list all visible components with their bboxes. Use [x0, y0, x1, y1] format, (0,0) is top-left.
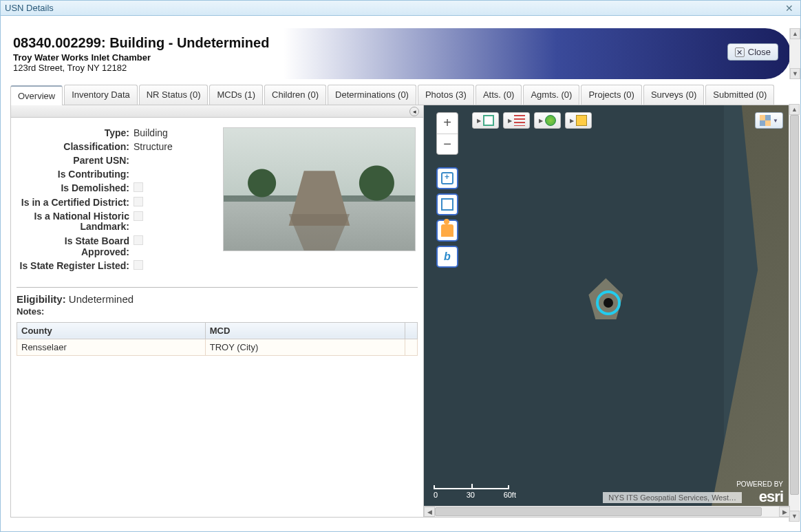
details-area: Type: Building Classification: Structure…	[11, 118, 423, 361]
value-eligibility: Undetermined	[69, 293, 134, 305]
scroll-thumb[interactable]	[435, 507, 762, 516]
close-button[interactable]: ✕ Close	[727, 43, 778, 61]
check-is-demolished	[134, 182, 143, 192]
th-mcd[interactable]: MCD	[205, 322, 405, 339]
tab-photos[interactable]: Photos (3)	[418, 85, 474, 105]
scroll-left-icon[interactable]: ◀	[424, 507, 435, 517]
esri-logo: POWERED BY esri	[736, 480, 783, 506]
globe-icon	[545, 115, 556, 126]
content-area: ◂ Type: Building Classification: Structu…	[10, 105, 791, 518]
tab-determinations[interactable]: Determinations (0)	[328, 85, 416, 105]
header-band: 08340.002299: Building - Undetermined Tr…	[10, 28, 791, 79]
map-tool-measure[interactable]: ▶	[565, 112, 592, 129]
value-is-nhl	[134, 211, 143, 233]
extent-icon	[441, 198, 453, 211]
tab-overview[interactable]: Overview	[10, 85, 63, 105]
usn-details-window: USN Details ✕ 08340.002299: Building - U…	[0, 0, 801, 532]
header-scrollbar[interactable]: ▲ ▼	[789, 28, 800, 79]
label-parent-usn: Parent USN:	[17, 155, 134, 166]
th-county[interactable]: County	[17, 322, 206, 339]
measure-icon	[576, 115, 587, 126]
basemap-button[interactable]: ▼	[755, 112, 783, 129]
tab-nr-status[interactable]: NR Status (0)	[139, 85, 209, 105]
label-is-nhl: Is a National Historic Landmark:	[17, 211, 134, 233]
zoom-in-button[interactable]: +	[437, 113, 458, 134]
person-icon	[441, 224, 453, 237]
value-is-demolished	[134, 182, 143, 194]
td-blank	[405, 339, 418, 355]
tab-strip: Overview Inventory Data NR Status (0) MC…	[10, 85, 791, 105]
record-title: 08340.002299: Building - Undetermined	[13, 35, 269, 51]
close-icon: ✕	[735, 47, 745, 57]
tab-agmts[interactable]: Agmts. (0)	[523, 85, 579, 105]
window-title: USN Details	[5, 3, 782, 13]
tab-children[interactable]: Children (0)	[264, 85, 326, 105]
tab-submitted[interactable]: Submitted (0)	[705, 85, 774, 105]
header-text: 08340.002299: Building - Undetermined Tr…	[10, 35, 269, 73]
value-classification: Structure	[134, 141, 173, 152]
label-is-demolished: Is Demolished:	[17, 182, 134, 194]
record-address: 123rd Street, Troy NY 12182	[13, 63, 269, 73]
window-close-icon[interactable]: ✕	[782, 3, 796, 14]
label-type: Type:	[17, 127, 134, 138]
map-side-tools: b	[436, 167, 458, 268]
map-tool-layers[interactable]: ▶	[472, 112, 499, 129]
collapse-toggle-icon[interactable]: ◂	[409, 107, 419, 116]
close-button-label: Close	[748, 47, 771, 57]
map-h-scrollbar[interactable]: ◀ ▶	[424, 506, 790, 517]
map-toolbar: ▶ ▶ ▶ ▶	[472, 112, 592, 129]
scroll-thumb[interactable]	[790, 115, 799, 495]
tool-bing[interactable]: b	[436, 246, 458, 268]
check-is-certified	[134, 197, 143, 206]
outer-v-scrollbar[interactable]: ▲ ▼	[789, 104, 800, 522]
map-tool-legend[interactable]: ▶	[503, 112, 530, 129]
tab-surveys[interactable]: Surveys (0)	[643, 85, 704, 105]
chevron-down-icon: ▼	[773, 118, 778, 124]
label-eligibility: Eligibility:	[17, 293, 66, 305]
scale-1: 30	[467, 491, 475, 499]
scale-0: 0	[434, 491, 438, 499]
zoom-out-button[interactable]: −	[437, 134, 458, 154]
value-is-certified	[134, 197, 143, 209]
td-county: Rensselaer	[17, 339, 206, 355]
map-attribution: NYS ITS Geospatial Services, West…	[603, 492, 742, 503]
label-classification: Classification:	[17, 141, 134, 152]
check-is-state-register	[134, 260, 143, 270]
scroll-right-icon[interactable]: ▶	[779, 507, 790, 517]
th-blank	[405, 322, 418, 339]
label-notes: Notes:	[17, 306, 418, 317]
scroll-up-icon[interactable]: ▲	[790, 28, 800, 39]
tab-atts[interactable]: Atts. (0)	[476, 85, 522, 105]
tab-mcds[interactable]: MCDs (1)	[209, 85, 263, 105]
value-is-state-register	[134, 260, 143, 272]
titlebar: USN Details ✕	[1, 1, 800, 16]
scale-bar: 0 30 60ft	[434, 485, 516, 499]
divider	[17, 287, 418, 288]
tab-inventory-data[interactable]: Inventory Data	[64, 85, 138, 105]
bing-icon: b	[444, 251, 451, 263]
map-aerial[interactable]	[424, 105, 790, 517]
map-pane[interactable]: + − ▶ ▶ ▶ ▶ ▼ b 0	[424, 105, 790, 517]
county-mcd-table: County MCD Rensselaer TROY (City)	[17, 322, 418, 356]
collapse-bar: ◂	[11, 105, 423, 118]
check-is-state-board	[134, 235, 143, 245]
photo-thumbnail[interactable]	[223, 127, 416, 251]
label-is-state-register: Is State Register Listed:	[17, 260, 134, 272]
tool-full-extent[interactable]	[436, 193, 458, 215]
tool-streetview[interactable]	[436, 220, 458, 242]
map-marker[interactable]	[596, 290, 621, 315]
label-is-contributing: Is Contributing:	[17, 169, 134, 180]
scroll-down-icon[interactable]: ▼	[790, 68, 800, 79]
basemap-icon	[760, 115, 771, 126]
scroll-down-icon[interactable]: ▼	[789, 511, 800, 522]
eligibility-row: Eligibility: Undetermined	[17, 293, 418, 305]
tool-zoom-box[interactable]	[436, 167, 458, 189]
label-is-state-board: Is State Board Approved:	[17, 235, 134, 257]
overview-pane: ◂ Type: Building Classification: Structu…	[11, 105, 424, 517]
tab-projects[interactable]: Projects (0)	[581, 85, 641, 105]
value-is-state-board	[134, 235, 143, 257]
scroll-up-icon[interactable]: ▲	[789, 104, 800, 115]
legend-icon	[514, 115, 525, 126]
map-tool-globe[interactable]: ▶	[534, 112, 561, 129]
table-row[interactable]: Rensselaer TROY (City)	[17, 339, 418, 355]
